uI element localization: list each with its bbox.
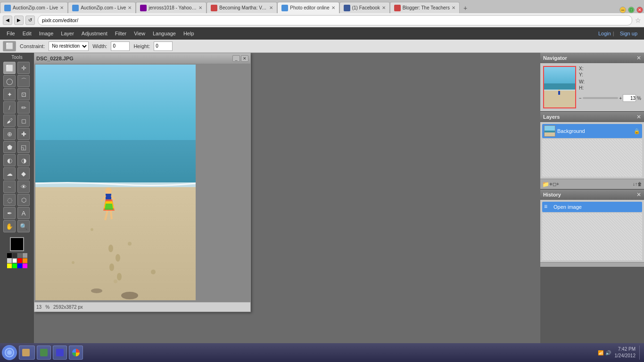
width-input[interactable] — [111, 41, 130, 51]
lasso-tool[interactable]: ⌒ — [17, 75, 30, 87]
blur-tool[interactable]: ◌ — [3, 194, 16, 206]
swatch-darkgray[interactable] — [12, 253, 17, 258]
text-tool[interactable]: A — [17, 207, 30, 219]
delete-layer-button[interactable]: 🗑 — [637, 181, 642, 187]
magic-wand-tool[interactable]: ✦ — [3, 88, 16, 100]
bookmark-icon[interactable]: ☆ — [635, 16, 641, 24]
menu-edit[interactable]: Edit — [19, 29, 35, 38]
paint-bucket-tool[interactable]: ⬟ — [3, 141, 16, 153]
marquee-tool-icon[interactable]: ⬜ — [3, 41, 16, 51]
add-layer-group-button[interactable]: 📁+ — [542, 181, 553, 188]
swatch-blue[interactable] — [17, 263, 22, 268]
menu-help[interactable]: Help — [180, 29, 198, 38]
swatch-yellow[interactable] — [7, 263, 12, 268]
swatch-black[interactable] — [7, 253, 12, 258]
tab-close-5[interactable]: ✕ — [331, 5, 335, 10]
burn-tool[interactable]: ◑ — [17, 154, 30, 166]
tab-close-1[interactable]: ✕ — [60, 5, 64, 10]
heal-tool[interactable]: ✚ — [17, 128, 30, 140]
sharpen-tool[interactable]: ◆ — [17, 167, 30, 180]
dodge-tool[interactable]: ◐ — [3, 154, 16, 166]
show-desktop-button[interactable] — [639, 346, 642, 360]
menu-language[interactable]: Language — [149, 29, 180, 38]
history-open-image[interactable]: ≡ Open image — [542, 202, 642, 212]
constraint-select[interactable]: No restriction — [49, 41, 89, 51]
tab-close-4[interactable]: ✕ — [269, 5, 273, 10]
tab-close-2[interactable]: ✕ — [128, 5, 132, 10]
eyedropper-tool[interactable]: / — [3, 101, 16, 114]
navigator-close-icon[interactable]: ✕ — [636, 55, 641, 61]
url-input[interactable] — [38, 15, 632, 25]
zoom-slider[interactable] — [583, 97, 618, 99]
swatch-orange[interactable] — [23, 258, 27, 263]
menu-view[interactable]: View — [130, 29, 149, 38]
tab-close-7[interactable]: ✕ — [452, 5, 455, 10]
eraser-tool[interactable]: ◻ — [17, 115, 30, 127]
menu-image[interactable]: Image — [35, 29, 58, 38]
tab-4[interactable]: Becoming Martha: Vale ✕ — [206, 2, 277, 13]
tab-7[interactable]: Blogger: The Teachers ✕ — [390, 2, 460, 13]
canvas-minimize-button[interactable]: _ — [232, 55, 240, 62]
menu-layer[interactable]: Layer — [57, 29, 78, 38]
canvas-close-button[interactable]: ✕ — [241, 55, 248, 62]
marquee-ellipse-tool[interactable]: ◯ — [3, 75, 16, 87]
refresh-button[interactable]: ↺ — [25, 16, 35, 25]
menu-filter[interactable]: Filter — [111, 29, 130, 38]
volume-icon[interactable]: 🔊 — [605, 350, 611, 355]
zoom-out-icon[interactable]: − — [579, 96, 582, 101]
taskbar-chrome-button[interactable] — [69, 346, 83, 360]
canvas-body[interactable] — [34, 64, 250, 302]
zoom-value-input[interactable] — [623, 94, 636, 102]
swatch-red[interactable] — [17, 258, 22, 263]
gradient-tool[interactable]: ◱ — [17, 141, 30, 153]
network-icon[interactable]: 📶 — [598, 350, 603, 355]
taskbar-explorer-button[interactable] — [19, 346, 35, 360]
brush-tool[interactable]: 🖌 — [3, 115, 16, 127]
sponge-tool[interactable]: ⬡ — [17, 194, 30, 206]
layers-close-icon[interactable]: ✕ — [636, 114, 641, 120]
start-button[interactable] — [2, 345, 17, 360]
tab-5[interactable]: Photo editor online ✕ — [277, 2, 339, 13]
red-eye-tool[interactable]: 👁 — [17, 181, 30, 193]
new-tab-button[interactable]: + — [460, 3, 471, 13]
layer-background[interactable]: Background 🔒 — [542, 124, 642, 138]
move-tool[interactable]: ✛ — [17, 62, 30, 74]
liquify-tool[interactable]: ~ — [3, 181, 16, 193]
login-link[interactable]: Login — [598, 31, 611, 36]
tab-close-6[interactable]: ✕ — [382, 5, 386, 10]
swatch-lightgray[interactable] — [23, 253, 27, 258]
taskbar-ie-button[interactable] — [53, 346, 67, 360]
tab-1[interactable]: AuctionZip.com - Live ✕ — [0, 2, 68, 13]
hand-tool[interactable]: ✋ — [3, 220, 16, 232]
swatch-magenta[interactable] — [23, 263, 27, 268]
zoom-in-icon[interactable]: + — [619, 96, 622, 101]
back-button[interactable]: ◀ — [3, 16, 12, 25]
close-button[interactable]: ✕ — [636, 7, 643, 13]
history-close-icon[interactable]: ✕ — [636, 191, 641, 198]
tab-3[interactable]: jenross1018 - Yahoo! M ✕ — [136, 2, 206, 13]
smudge-tool[interactable]: ☁ — [3, 167, 16, 180]
maximize-button[interactable]: □ — [628, 7, 635, 13]
canvas-area[interactable]: DSC_0228.JPG _ ✕ — [34, 53, 540, 349]
add-layer-button[interactable]: + — [556, 181, 559, 187]
tab-close-3[interactable]: ✕ — [198, 5, 202, 10]
tab-2[interactable]: AuctionZip.com - Live ✕ — [68, 2, 136, 13]
height-input[interactable] — [154, 41, 173, 51]
clone-tool[interactable]: ⊕ — [3, 128, 16, 140]
swatch-green[interactable] — [12, 263, 17, 268]
pen-tool[interactable]: ✒ — [3, 207, 16, 219]
pencil-tool[interactable]: ✏ — [17, 101, 30, 114]
menu-adjustment[interactable]: Adjustment — [78, 29, 111, 38]
crop-tool[interactable]: ⊡ — [17, 88, 30, 100]
forward-button[interactable]: ▶ — [14, 16, 24, 25]
zoom-tool[interactable]: 🔍 — [17, 220, 30, 232]
marquee-rect-tool[interactable]: ⬜ — [3, 62, 16, 74]
swatch-white[interactable] — [12, 258, 17, 263]
swatch-gray[interactable] — [17, 253, 22, 258]
minimize-button[interactable]: ─ — [619, 7, 626, 13]
foreground-color[interactable] — [10, 237, 24, 251]
menu-file[interactable]: File — [3, 29, 19, 38]
swatch-silver[interactable] — [7, 258, 12, 263]
taskbar-media-button[interactable] — [37, 346, 51, 360]
clock[interactable]: 7:42 PM 1/24/2012 — [615, 346, 636, 359]
